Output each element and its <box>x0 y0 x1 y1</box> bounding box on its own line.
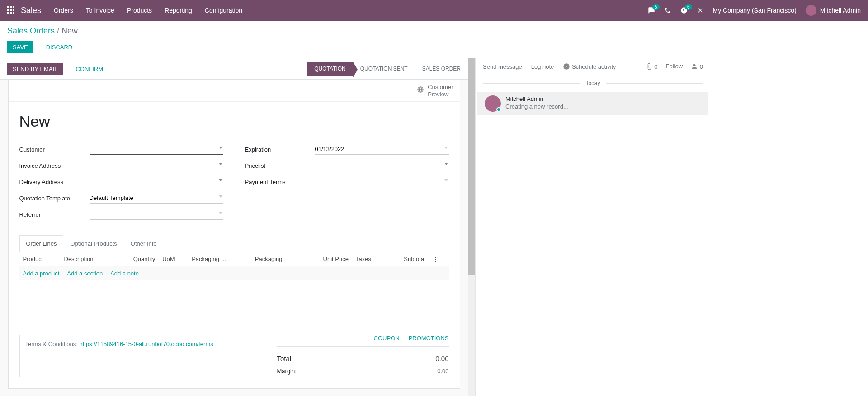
invoice-address-field[interactable] <box>90 160 223 171</box>
schedule-activity-button[interactable]: Schedule activity <box>563 63 616 70</box>
order-lines-table: Product Description Quantity UoM Packagi… <box>19 252 449 326</box>
brand[interactable]: Sales <box>21 6 41 15</box>
confirm-button[interactable]: CONFIRM <box>70 63 108 75</box>
activities-icon[interactable]: 6 <box>680 7 688 14</box>
content: SEND BY EMAIL CONFIRM QUOTATION QUOTATIO… <box>0 58 868 396</box>
chatter: Send message Log note Schedule activity … <box>475 58 710 396</box>
message-author: Mitchell Admin <box>505 95 568 102</box>
stage-quotation-sent[interactable]: QUOTATION SENT <box>353 62 415 76</box>
col-uom: UoM <box>159 252 188 266</box>
customer-preview-label-2: Preview <box>428 91 453 98</box>
message-avatar <box>485 95 501 112</box>
main-menu: Orders To Invoice Products Reporting Con… <box>54 7 242 14</box>
company-switcher[interactable]: My Company (San Francisco) <box>713 7 797 14</box>
terms-prefix: Terms & Conditions: <box>25 341 80 347</box>
right-fields: Expiration Pricelist Payment Terms <box>245 143 449 224</box>
delivery-address-label: Delivery Address <box>19 179 90 185</box>
scrollbar[interactable] <box>468 58 475 396</box>
referrer-field[interactable] <box>90 209 223 220</box>
attachments-button[interactable]: 0 <box>646 63 658 70</box>
stage-tracker: QUOTATION QUOTATION SENT SALES ORDER <box>307 62 468 76</box>
total-label: Total: <box>277 355 293 362</box>
customer-field[interactable] <box>90 144 223 155</box>
expiration-label: Expiration <box>245 146 315 153</box>
col-product: Product <box>19 252 61 266</box>
form-area: SEND BY EMAIL CONFIRM QUOTATION QUOTATIO… <box>0 58 468 396</box>
breadcrumb-parent[interactable]: Sales Orders <box>7 26 55 35</box>
customer-label: Customer <box>19 146 90 153</box>
breadcrumb: Sales Orders / New <box>7 26 861 36</box>
messaging-badge: 5 <box>652 4 660 10</box>
save-button[interactable]: SAVE <box>7 41 33 53</box>
margin-label: Margin: <box>277 368 297 375</box>
chatter-date-separator: Today <box>580 80 605 86</box>
quotation-template-field[interactable] <box>90 193 223 204</box>
phone-icon[interactable] <box>664 7 671 14</box>
payment-terms-label: Payment Terms <box>245 179 315 185</box>
follow-button[interactable]: Follow <box>666 63 683 70</box>
log-note-button[interactable]: Log note <box>531 63 554 70</box>
tab-optional-products[interactable]: Optional Products <box>63 235 123 252</box>
messaging-icon[interactable]: 5 <box>648 7 655 14</box>
button-box: Customer Preview <box>9 80 460 102</box>
globe-icon <box>417 86 424 95</box>
add-product-link[interactable]: Add a product <box>23 270 60 277</box>
menu-configuration[interactable]: Configuration <box>205 7 242 14</box>
send-by-email-button[interactable]: SEND BY EMAIL <box>7 63 63 75</box>
margin-value: 0.00 <box>437 368 448 375</box>
add-section-link[interactable]: Add a section <box>67 270 103 277</box>
delivery-address-field[interactable] <box>90 176 223 187</box>
chatter-message: Mitchell Admin Creating a new record... <box>477 92 708 115</box>
col-subtotal: Subtotal <box>386 252 429 266</box>
col-unit-price: Unit Price <box>303 252 352 266</box>
col-packaging-qty: Packaging … <box>188 252 251 266</box>
discard-button[interactable]: DISCARD <box>41 41 78 53</box>
page-title: New <box>19 113 449 130</box>
top-nav: Sales Orders To Invoice Products Reporti… <box>0 0 868 21</box>
menu-orders[interactable]: Orders <box>54 7 73 14</box>
customer-preview-button[interactable]: Customer Preview <box>410 80 459 101</box>
followers-count: 0 <box>700 63 703 70</box>
attachments-count: 0 <box>654 63 657 70</box>
menu-reporting[interactable]: Reporting <box>165 7 192 14</box>
form-sheet: Customer Preview New Customer <box>8 80 460 389</box>
terms-and-conditions[interactable]: Terms & Conditions: https://11589416-15-… <box>19 335 266 377</box>
debug-icon[interactable] <box>697 7 704 14</box>
pricelist-label: Pricelist <box>245 162 315 169</box>
message-body: Creating a new record... <box>505 103 568 110</box>
col-quantity: Quantity <box>115 252 159 266</box>
user-name: Mitchell Admin <box>820 7 861 14</box>
total-value: 0.00 <box>435 355 448 362</box>
referrer-label: Referrer <box>19 211 90 218</box>
apps-icon[interactable] <box>7 6 15 14</box>
coupon-button[interactable]: COUPON <box>374 335 400 342</box>
quotation-template-label: Quotation Template <box>19 195 90 202</box>
payment-terms-field[interactable] <box>315 176 449 187</box>
col-packaging: Packaging <box>251 252 303 266</box>
expiration-field[interactable] <box>315 144 449 155</box>
col-options-icon[interactable]: ⋮ <box>429 252 448 266</box>
followers-button[interactable]: 0 <box>691 63 703 70</box>
left-fields: Customer Invoice Address Delivery Addres… <box>19 143 223 224</box>
add-note-link[interactable]: Add a note <box>110 270 139 277</box>
statusbar: SEND BY EMAIL CONFIRM QUOTATION QUOTATIO… <box>0 58 468 80</box>
send-message-button[interactable]: Send message <box>483 63 522 70</box>
menu-to-invoice[interactable]: To Invoice <box>86 7 114 14</box>
scroll-thumb[interactable] <box>468 58 475 275</box>
pricelist-field[interactable] <box>315 160 449 171</box>
stage-sales-order[interactable]: SALES ORDER <box>415 62 468 76</box>
terms-link[interactable]: https://11589416-15-0-all.runbot70.odoo.… <box>79 341 213 347</box>
menu-products[interactable]: Products <box>127 7 152 14</box>
schedule-activity-label: Schedule activity <box>572 63 616 70</box>
stage-quotation[interactable]: QUOTATION <box>307 62 353 76</box>
breadcrumb-current: New <box>61 26 78 35</box>
tab-order-lines[interactable]: Order Lines <box>19 235 64 252</box>
customer-preview-label-1: Customer <box>428 84 453 91</box>
user-avatar <box>806 5 816 16</box>
promotions-button[interactable]: PROMOTIONS <box>409 335 449 342</box>
user-menu[interactable]: Mitchell Admin <box>806 5 861 16</box>
col-description: Description <box>61 252 115 266</box>
presence-indicator <box>496 107 501 112</box>
invoice-address-label: Invoice Address <box>19 162 90 169</box>
tab-other-info[interactable]: Other Info <box>124 235 164 252</box>
